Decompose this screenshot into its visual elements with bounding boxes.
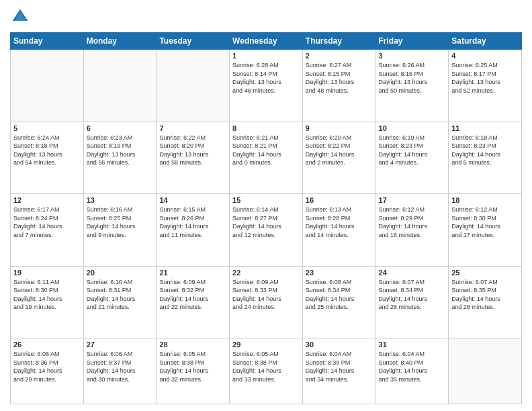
- day-info: Sunrise: 6:22 AM Sunset: 8:20 PM Dayligh…: [159, 134, 226, 167]
- calendar-cell: 5Sunrise: 6:24 AM Sunset: 8:18 PM Daylig…: [11, 122, 84, 194]
- col-friday: Friday: [375, 33, 449, 50]
- calendar-cell: 25Sunrise: 6:07 AM Sunset: 8:35 PM Dayli…: [449, 266, 522, 338]
- day-info: Sunrise: 6:23 AM Sunset: 8:19 PM Dayligh…: [87, 134, 154, 167]
- day-number: 2: [306, 52, 373, 60]
- day-info: Sunrise: 6:13 AM Sunset: 8:28 PM Dayligh…: [306, 205, 373, 239]
- day-number: 23: [306, 269, 373, 277]
- day-number: 5: [13, 124, 81, 132]
- day-number: 15: [232, 196, 300, 204]
- day-number: 24: [379, 269, 446, 277]
- logo-icon: [10, 7, 30, 27]
- calendar-cell: 2Sunrise: 6:27 AM Sunset: 8:15 PM Daylig…: [302, 50, 375, 122]
- calendar-cell: 4Sunrise: 6:25 AM Sunset: 8:17 PM Daylig…: [449, 50, 522, 122]
- day-info: Sunrise: 6:05 AM Sunset: 8:38 PM Dayligh…: [232, 350, 300, 383]
- col-monday: Monday: [83, 33, 157, 50]
- calendar-week-1: 5Sunrise: 6:24 AM Sunset: 8:18 PM Daylig…: [11, 122, 522, 194]
- calendar-cell: 10Sunrise: 6:19 AM Sunset: 8:23 PM Dayli…: [375, 122, 449, 194]
- calendar-cell: 8Sunrise: 6:21 AM Sunset: 8:21 PM Daylig…: [230, 122, 303, 194]
- day-number: 7: [159, 124, 226, 132]
- calendar-cell: 18Sunrise: 6:12 AM Sunset: 8:30 PM Dayli…: [449, 194, 522, 267]
- day-info: Sunrise: 6:12 AM Sunset: 8:30 PM Dayligh…: [451, 205, 519, 239]
- day-number: 13: [87, 196, 154, 204]
- calendar-cell: 7Sunrise: 6:22 AM Sunset: 8:20 PM Daylig…: [157, 122, 230, 194]
- day-number: 30: [306, 340, 373, 349]
- calendar-cell: [83, 50, 157, 122]
- day-number: 3: [379, 52, 446, 60]
- calendar-cell: 16Sunrise: 6:13 AM Sunset: 8:28 PM Dayli…: [302, 194, 375, 267]
- calendar-cell: 26Sunrise: 6:06 AM Sunset: 8:36 PM Dayli…: [11, 338, 84, 404]
- calendar-cell: [157, 50, 230, 122]
- day-number: 4: [451, 52, 519, 60]
- day-number: 8: [232, 124, 300, 132]
- day-number: 1: [232, 52, 300, 60]
- day-number: 29: [232, 340, 300, 349]
- calendar-week-2: 12Sunrise: 6:17 AM Sunset: 8:24 PM Dayli…: [11, 194, 522, 267]
- day-info: Sunrise: 6:12 AM Sunset: 8:29 PM Dayligh…: [379, 205, 446, 239]
- day-info: Sunrise: 6:20 AM Sunset: 8:22 PM Dayligh…: [306, 134, 373, 167]
- calendar-cell: 9Sunrise: 6:20 AM Sunset: 8:22 PM Daylig…: [302, 122, 375, 194]
- calendar-cell: 20Sunrise: 6:10 AM Sunset: 8:31 PM Dayli…: [83, 266, 157, 338]
- calendar-cell: 22Sunrise: 6:09 AM Sunset: 8:33 PM Dayli…: [230, 266, 303, 338]
- day-info: Sunrise: 6:07 AM Sunset: 8:34 PM Dayligh…: [379, 278, 446, 312]
- day-number: 16: [306, 196, 373, 204]
- calendar-cell: 24Sunrise: 6:07 AM Sunset: 8:34 PM Dayli…: [375, 266, 449, 338]
- day-info: Sunrise: 6:05 AM Sunset: 8:38 PM Dayligh…: [159, 350, 226, 383]
- day-info: Sunrise: 6:09 AM Sunset: 8:33 PM Dayligh…: [232, 278, 300, 312]
- day-number: 19: [13, 269, 81, 277]
- header: [10, 7, 522, 27]
- day-info: Sunrise: 6:24 AM Sunset: 8:18 PM Dayligh…: [13, 134, 81, 167]
- day-number: 18: [451, 196, 519, 204]
- calendar-cell: 19Sunrise: 6:11 AM Sunset: 8:30 PM Dayli…: [11, 266, 84, 338]
- day-number: 25: [451, 269, 519, 277]
- calendar-cell: 13Sunrise: 6:16 AM Sunset: 8:25 PM Dayli…: [83, 194, 157, 267]
- day-info: Sunrise: 6:27 AM Sunset: 8:15 PM Dayligh…: [306, 61, 373, 95]
- day-info: Sunrise: 6:04 AM Sunset: 8:40 PM Dayligh…: [379, 350, 446, 383]
- day-number: 22: [232, 269, 300, 277]
- calendar-cell: 23Sunrise: 6:08 AM Sunset: 8:34 PM Dayli…: [302, 266, 375, 338]
- day-number: 14: [159, 196, 226, 204]
- day-info: Sunrise: 6:19 AM Sunset: 8:23 PM Dayligh…: [379, 134, 446, 167]
- calendar-cell: 3Sunrise: 6:26 AM Sunset: 8:16 PM Daylig…: [375, 50, 449, 122]
- day-info: Sunrise: 6:06 AM Sunset: 8:37 PM Dayligh…: [87, 350, 154, 383]
- day-info: Sunrise: 6:25 AM Sunset: 8:17 PM Dayligh…: [451, 61, 519, 95]
- day-info: Sunrise: 6:09 AM Sunset: 8:32 PM Dayligh…: [159, 278, 226, 312]
- calendar-cell: 14Sunrise: 6:15 AM Sunset: 8:26 PM Dayli…: [157, 194, 230, 267]
- day-number: 12: [13, 196, 81, 204]
- day-number: 6: [87, 124, 154, 132]
- calendar-week-4: 26Sunrise: 6:06 AM Sunset: 8:36 PM Dayli…: [11, 338, 522, 404]
- calendar-cell: [11, 50, 84, 122]
- col-wednesday: Wednesday: [230, 33, 303, 50]
- calendar-cell: 29Sunrise: 6:05 AM Sunset: 8:38 PM Dayli…: [230, 338, 303, 404]
- calendar-cell: [449, 338, 522, 404]
- day-info: Sunrise: 6:26 AM Sunset: 8:16 PM Dayligh…: [379, 61, 446, 95]
- logo: [10, 7, 33, 27]
- calendar-week-3: 19Sunrise: 6:11 AM Sunset: 8:30 PM Dayli…: [11, 266, 522, 338]
- calendar-cell: 11Sunrise: 6:18 AM Sunset: 8:23 PM Dayli…: [449, 122, 522, 194]
- calendar-cell: 17Sunrise: 6:12 AM Sunset: 8:29 PM Dayli…: [375, 194, 449, 267]
- calendar-week-0: 1Sunrise: 6:28 AM Sunset: 8:14 PM Daylig…: [11, 50, 522, 122]
- calendar-table: Sunday Monday Tuesday Wednesday Thursday…: [10, 32, 522, 404]
- day-info: Sunrise: 6:14 AM Sunset: 8:27 PM Dayligh…: [232, 205, 300, 239]
- day-info: Sunrise: 6:21 AM Sunset: 8:21 PM Dayligh…: [232, 134, 300, 167]
- calendar-cell: 31Sunrise: 6:04 AM Sunset: 8:40 PM Dayli…: [375, 338, 449, 404]
- day-info: Sunrise: 6:16 AM Sunset: 8:25 PM Dayligh…: [87, 205, 154, 239]
- day-info: Sunrise: 6:11 AM Sunset: 8:30 PM Dayligh…: [13, 278, 81, 312]
- day-info: Sunrise: 6:15 AM Sunset: 8:26 PM Dayligh…: [159, 205, 226, 239]
- day-info: Sunrise: 6:08 AM Sunset: 8:34 PM Dayligh…: [306, 278, 373, 312]
- header-row: Sunday Monday Tuesday Wednesday Thursday…: [11, 33, 522, 50]
- calendar-cell: 1Sunrise: 6:28 AM Sunset: 8:14 PM Daylig…: [230, 50, 303, 122]
- day-number: 9: [306, 124, 373, 132]
- day-number: 11: [451, 124, 519, 132]
- calendar-cell: 28Sunrise: 6:05 AM Sunset: 8:38 PM Dayli…: [157, 338, 230, 404]
- day-number: 17: [379, 196, 446, 204]
- page: Sunday Monday Tuesday Wednesday Thursday…: [0, 0, 532, 411]
- day-number: 28: [159, 340, 226, 349]
- day-info: Sunrise: 6:17 AM Sunset: 8:24 PM Dayligh…: [13, 205, 81, 239]
- day-info: Sunrise: 6:28 AM Sunset: 8:14 PM Dayligh…: [232, 61, 300, 95]
- day-number: 31: [379, 340, 446, 349]
- calendar-cell: 6Sunrise: 6:23 AM Sunset: 8:19 PM Daylig…: [83, 122, 157, 194]
- calendar-header: Sunday Monday Tuesday Wednesday Thursday…: [11, 33, 522, 50]
- calendar-cell: 21Sunrise: 6:09 AM Sunset: 8:32 PM Dayli…: [157, 266, 230, 338]
- day-info: Sunrise: 6:06 AM Sunset: 8:36 PM Dayligh…: [13, 350, 81, 383]
- day-info: Sunrise: 6:04 AM Sunset: 8:39 PM Dayligh…: [306, 350, 373, 383]
